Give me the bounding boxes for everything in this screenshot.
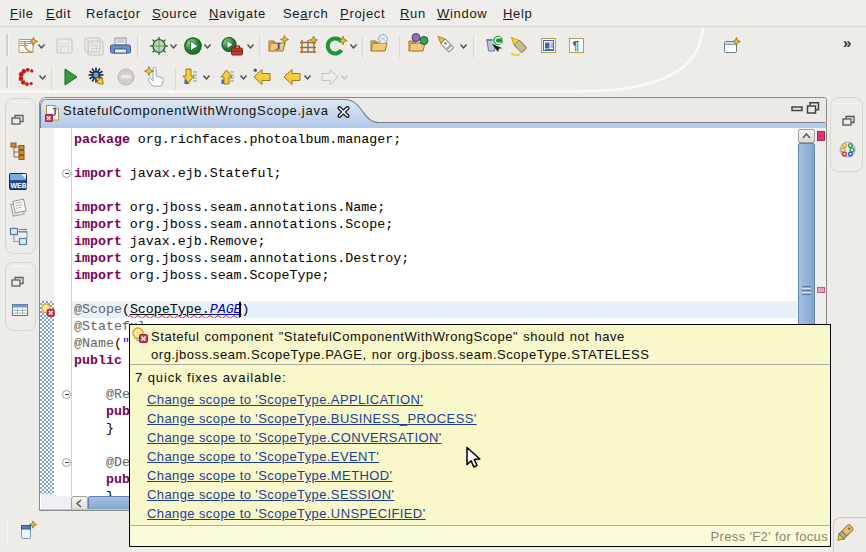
svg-text:WEB: WEB: [11, 182, 27, 189]
